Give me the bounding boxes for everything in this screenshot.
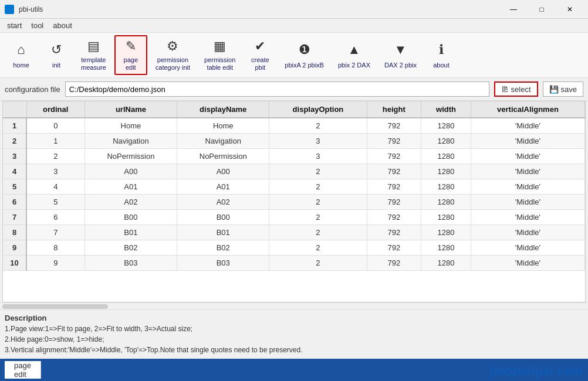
pbix2DAX-icon: ▲	[344, 40, 363, 59]
menu-tool[interactable]: tool	[26, 20, 48, 31]
table-row[interactable]: 98B02B0227921280'Middle'	[3, 240, 585, 256]
pbixA2pbixB-icon: ❶	[295, 40, 314, 59]
config-input[interactable]	[65, 81, 489, 97]
table-row[interactable]: 43A00A0027921280'Middle'	[3, 164, 585, 179]
toolbar-btn-create-pbit[interactable]: ✔createpbit	[244, 35, 276, 75]
table-row[interactable]: 10HomeHome27921280'Middle'	[3, 118, 585, 134]
cell-displayName: A00	[177, 164, 269, 179]
maximize-button[interactable]: □	[528, 1, 555, 18]
cell-height: 792	[367, 179, 421, 195]
status-tab[interactable]: pageedit	[5, 361, 41, 379]
cell-displayOption: 2	[269, 164, 367, 179]
row-number: 10	[3, 256, 26, 271]
cell-ordinal: 1	[26, 134, 85, 149]
toolbar-btn-page-edit[interactable]: ✎pageedit	[114, 35, 147, 75]
toolbar-btn-about[interactable]: ℹabout	[425, 35, 458, 75]
row-number: 8	[3, 225, 26, 240]
config-label: configuration file	[5, 85, 60, 94]
toolbar-btn-init[interactable]: ↺init	[40, 35, 73, 75]
cell-width: 1280	[421, 240, 471, 256]
menu-bar: start tool about	[0, 19, 588, 33]
cell-ordinal: 9	[26, 256, 85, 271]
toolbar-btn-pbix2DAX[interactable]: ▲pbix 2 DAX	[332, 35, 376, 75]
cell-ordinal: 6	[26, 210, 85, 225]
toolbar-btn-home[interactable]: ⌂home	[5, 35, 38, 75]
cell-displayOption: 2	[269, 179, 367, 195]
cell-ordinal: 5	[26, 195, 85, 210]
init-label: init	[52, 62, 60, 69]
cell-displayName: Navigation	[177, 134, 269, 149]
table-row[interactable]: 21NavigationNavigation37921280'Middle'	[3, 134, 585, 149]
cell-verticalAlignmen: 'Middle'	[471, 164, 584, 179]
create-pbit-label: createpbit	[251, 56, 269, 72]
cell-displayOption: 3	[269, 134, 367, 149]
col-height: height	[367, 101, 421, 118]
about-icon: ℹ	[432, 40, 451, 59]
cell-ordinal: 7	[26, 225, 85, 240]
cell-urlName: Navigation	[85, 134, 177, 149]
description-section: Description 1.Page view:1=>Fit to page, …	[0, 309, 588, 359]
toolbar-btn-permission-category-init[interactable]: ⚙permissioncategory init	[150, 35, 196, 75]
row-number: 6	[3, 195, 26, 210]
toolbar-btn-DAX2pbix[interactable]: ▼DAX 2 pbix	[379, 35, 423, 75]
page-edit-icon: ✎	[121, 39, 140, 54]
select-button[interactable]: 🖹 select	[494, 81, 538, 97]
cell-verticalAlignmen: 'Middle'	[471, 149, 584, 164]
cell-displayName: B01	[177, 225, 269, 240]
table-header-row: ordinal urlName displayName displayOptio…	[3, 101, 585, 118]
home-icon: ⌂	[12, 40, 31, 59]
cell-ordinal: 0	[26, 118, 85, 134]
menu-about[interactable]: about	[48, 20, 77, 31]
cell-height: 792	[367, 210, 421, 225]
cell-displayOption: 2	[269, 195, 367, 210]
table-row[interactable]: 32NoPermissionNoPermission37921280'Middl…	[3, 149, 585, 164]
permission-table-edit-icon: ▦	[211, 39, 229, 54]
cell-displayOption: 2	[269, 225, 367, 240]
horizontal-scrollbar[interactable]	[2, 304, 108, 309]
table-row[interactable]: 87B01B0127921280'Middle'	[3, 225, 585, 240]
cell-displayName: A01	[177, 179, 269, 195]
cell-urlName: B00	[85, 210, 177, 225]
cell-urlName: NoPermission	[85, 149, 177, 164]
toolbar: ⌂home↺init▤templatemeasure✎pageedit⚙perm…	[0, 33, 588, 78]
init-icon: ↺	[47, 40, 66, 59]
close-button[interactable]: ✕	[556, 1, 583, 18]
description-line: 3.Vertical alignment:'Middle'=>Middle, '…	[5, 345, 583, 355]
table-row[interactable]: 54A01A0127921280'Middle'	[3, 179, 585, 195]
cell-verticalAlignmen: 'Middle'	[471, 134, 584, 149]
toolbar-btn-template-measure[interactable]: ▤templatemeasure	[75, 35, 112, 75]
cell-verticalAlignmen: 'Middle'	[471, 179, 584, 195]
table-row[interactable]: 76B00B0027921280'Middle'	[3, 210, 585, 225]
DAX2pbix-icon: ▼	[391, 40, 410, 59]
col-width: width	[421, 101, 471, 118]
template-measure-label: templatemeasure	[81, 56, 106, 72]
row-number: 2	[3, 134, 26, 149]
toolbar-btn-pbixA2pbixB[interactable]: ❶pbixA 2 pbixB	[279, 35, 330, 75]
cell-height: 792	[367, 256, 421, 271]
cell-ordinal: 4	[26, 179, 85, 195]
toolbar-btn-permission-table-edit[interactable]: ▦permissiontable edit	[198, 35, 241, 75]
save-icon: 💾	[549, 85, 559, 94]
table-row[interactable]: 109B03B0327921280'Middle'	[3, 256, 585, 271]
cell-displayName: NoPermission	[177, 149, 269, 164]
about-label: about	[433, 62, 450, 69]
menu-start[interactable]: start	[2, 20, 26, 31]
cell-ordinal: 8	[26, 240, 85, 256]
cell-displayOption: 2	[269, 210, 367, 225]
title-bar: pbi-utils — □ ✕	[0, 0, 588, 19]
cell-urlName: B03	[85, 256, 177, 271]
status-bar: pageedit jiaopengzi.com	[0, 359, 588, 381]
cell-width: 1280	[421, 256, 471, 271]
save-button[interactable]: 💾 save	[543, 81, 583, 97]
permission-category-init-icon: ⚙	[163, 39, 182, 54]
table-row[interactable]: 65A02A0227921280'Middle'	[3, 195, 585, 210]
cell-displayName: A02	[177, 195, 269, 210]
cell-verticalAlignmen: 'Middle'	[471, 210, 584, 225]
data-table-container: ordinal urlName displayName displayOptio…	[2, 101, 586, 302]
scrollbar-row	[0, 302, 588, 309]
row-number: 3	[3, 149, 26, 164]
select-icon: 🖹	[501, 85, 509, 94]
pbixA2pbixB-label: pbixA 2 pbixB	[285, 62, 324, 69]
permission-category-init-label: permissioncategory init	[156, 56, 190, 72]
minimize-button[interactable]: —	[500, 1, 527, 18]
